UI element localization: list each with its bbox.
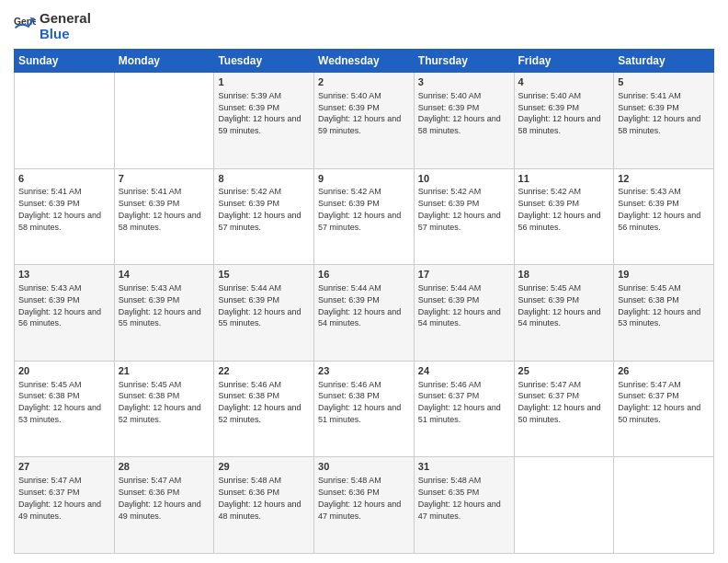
weekday-header-tuesday: Tuesday (214, 50, 314, 73)
day-daylight: Daylight: 12 hours and 59 minutes. (218, 114, 301, 135)
day-number: 12 (618, 172, 710, 186)
day-sunrise: Sunrise: 5:41 AM (618, 91, 681, 100)
logo-blue-text: Blue (40, 27, 91, 42)
calendar-cell: 29Sunrise: 5:48 AMSunset: 6:36 PMDayligh… (214, 457, 314, 554)
day-sunrise: Sunrise: 5:48 AM (218, 476, 281, 485)
day-sunset: Sunset: 6:36 PM (119, 488, 180, 497)
page-header: General General Blue (14, 9, 714, 41)
day-daylight: Daylight: 12 hours and 59 minutes. (318, 114, 401, 135)
day-sunrise: Sunrise: 5:42 AM (218, 187, 281, 196)
calendar-cell (114, 73, 214, 169)
day-sunrise: Sunrise: 5:43 AM (618, 187, 681, 196)
day-number: 26 (618, 364, 710, 378)
day-sunset: Sunset: 6:35 PM (418, 488, 480, 497)
calendar-cell: 7Sunrise: 5:41 AMSunset: 6:39 PMDaylight… (114, 168, 214, 265)
day-daylight: Daylight: 12 hours and 51 minutes. (318, 403, 401, 424)
weekday-header-thursday: Thursday (414, 50, 514, 73)
calendar-cell: 18Sunrise: 5:45 AMSunset: 6:39 PMDayligh… (514, 265, 614, 362)
calendar-cell: 28Sunrise: 5:47 AMSunset: 6:36 PMDayligh… (114, 457, 214, 554)
day-sunrise: Sunrise: 5:44 AM (318, 283, 381, 293)
calendar-cell: 27Sunrise: 5:47 AMSunset: 6:37 PMDayligh… (15, 457, 115, 554)
calendar-cell: 4Sunrise: 5:40 AMSunset: 6:39 PMDaylight… (514, 73, 614, 169)
day-sunrise: Sunrise: 5:42 AM (318, 187, 381, 196)
weekday-header-saturday: Saturday (614, 50, 714, 73)
calendar-cell: 9Sunrise: 5:42 AMSunset: 6:39 PMDaylight… (314, 168, 415, 265)
calendar: SundayMondayTuesdayWednesdayThursdayFrid… (14, 49, 714, 554)
day-sunrise: Sunrise: 5:40 AM (518, 91, 582, 100)
day-number: 20 (18, 364, 110, 378)
calendar-cell: 22Sunrise: 5:46 AMSunset: 6:38 PMDayligh… (214, 361, 314, 457)
day-number: 18 (518, 268, 610, 282)
calendar-cell: 17Sunrise: 5:44 AMSunset: 6:39 PMDayligh… (414, 265, 514, 362)
day-sunrise: Sunrise: 5:41 AM (119, 187, 182, 196)
day-sunset: Sunset: 6:39 PM (119, 295, 180, 304)
day-number: 11 (518, 172, 610, 186)
day-daylight: Daylight: 12 hours and 49 minutes. (119, 500, 201, 521)
day-number: 14 (119, 268, 210, 282)
day-daylight: Daylight: 12 hours and 49 minutes. (18, 500, 101, 521)
day-number: 8 (218, 172, 310, 186)
week-row-1: 6Sunrise: 5:41 AMSunset: 6:39 PMDaylight… (15, 168, 714, 265)
day-sunrise: Sunrise: 5:47 AM (119, 476, 182, 485)
week-row-2: 13Sunrise: 5:43 AMSunset: 6:39 PMDayligh… (15, 265, 714, 362)
day-sunset: Sunset: 6:39 PM (218, 295, 279, 304)
day-daylight: Daylight: 12 hours and 54 minutes. (418, 307, 501, 328)
day-number: 16 (318, 268, 410, 282)
day-sunrise: Sunrise: 5:45 AM (618, 283, 681, 293)
day-number: 10 (418, 172, 510, 186)
day-sunset: Sunset: 6:39 PM (418, 103, 480, 112)
day-sunset: Sunset: 6:36 PM (318, 488, 380, 497)
calendar-cell: 2Sunrise: 5:40 AMSunset: 6:39 PMDaylight… (314, 73, 415, 169)
day-sunset: Sunset: 6:39 PM (218, 103, 279, 112)
calendar-cell (15, 73, 115, 169)
day-number: 19 (618, 268, 710, 282)
day-daylight: Daylight: 12 hours and 58 minutes. (518, 114, 601, 135)
weekday-header-sunday: Sunday (15, 50, 115, 73)
day-sunset: Sunset: 6:37 PM (418, 391, 480, 400)
day-sunrise: Sunrise: 5:42 AM (418, 187, 482, 196)
day-sunrise: Sunrise: 5:47 AM (518, 380, 582, 389)
logo-icon: General (14, 15, 36, 37)
day-sunrise: Sunrise: 5:46 AM (318, 380, 381, 389)
calendar-cell: 24Sunrise: 5:46 AMSunset: 6:37 PMDayligh… (414, 361, 514, 457)
calendar-cell: 5Sunrise: 5:41 AMSunset: 6:39 PMDaylight… (614, 73, 714, 169)
day-sunset: Sunset: 6:38 PM (119, 391, 180, 400)
day-sunrise: Sunrise: 5:39 AM (218, 91, 281, 100)
day-sunrise: Sunrise: 5:44 AM (218, 283, 281, 293)
day-daylight: Daylight: 12 hours and 56 minutes. (518, 211, 601, 232)
day-number: 3 (418, 75, 510, 89)
calendar-cell: 8Sunrise: 5:42 AMSunset: 6:39 PMDaylight… (214, 168, 314, 265)
day-number: 5 (618, 75, 710, 89)
day-sunset: Sunset: 6:39 PM (318, 103, 380, 112)
day-sunrise: Sunrise: 5:43 AM (119, 283, 182, 293)
day-sunset: Sunset: 6:39 PM (518, 103, 580, 112)
day-number: 22 (218, 364, 310, 378)
day-daylight: Daylight: 12 hours and 53 minutes. (18, 403, 101, 424)
day-sunrise: Sunrise: 5:45 AM (518, 283, 582, 293)
day-number: 15 (218, 268, 310, 282)
day-number: 17 (418, 268, 510, 282)
day-number: 25 (518, 364, 610, 378)
day-sunset: Sunset: 6:37 PM (18, 488, 80, 497)
day-sunrise: Sunrise: 5:41 AM (18, 187, 82, 196)
day-sunset: Sunset: 6:39 PM (18, 295, 80, 304)
day-number: 29 (218, 460, 310, 474)
weekday-header-wednesday: Wednesday (314, 50, 415, 73)
day-sunrise: Sunrise: 5:47 AM (618, 380, 681, 389)
logo-general-text: General (40, 11, 91, 27)
day-sunset: Sunset: 6:37 PM (618, 391, 679, 400)
day-number: 13 (18, 268, 110, 282)
calendar-cell: 14Sunrise: 5:43 AMSunset: 6:39 PMDayligh… (114, 265, 214, 362)
day-sunrise: Sunrise: 5:46 AM (218, 380, 281, 389)
calendar-cell (614, 457, 714, 554)
day-sunset: Sunset: 6:39 PM (119, 199, 180, 208)
calendar-cell: 11Sunrise: 5:42 AMSunset: 6:39 PMDayligh… (514, 168, 614, 265)
day-sunset: Sunset: 6:39 PM (418, 199, 480, 208)
day-number: 28 (119, 460, 210, 474)
day-sunset: Sunset: 6:39 PM (318, 199, 380, 208)
day-sunset: Sunset: 6:37 PM (518, 391, 580, 400)
calendar-cell: 23Sunrise: 5:46 AMSunset: 6:38 PMDayligh… (314, 361, 415, 457)
day-sunset: Sunset: 6:38 PM (618, 295, 679, 304)
calendar-cell: 15Sunrise: 5:44 AMSunset: 6:39 PMDayligh… (214, 265, 314, 362)
day-daylight: Daylight: 12 hours and 50 minutes. (618, 403, 700, 424)
